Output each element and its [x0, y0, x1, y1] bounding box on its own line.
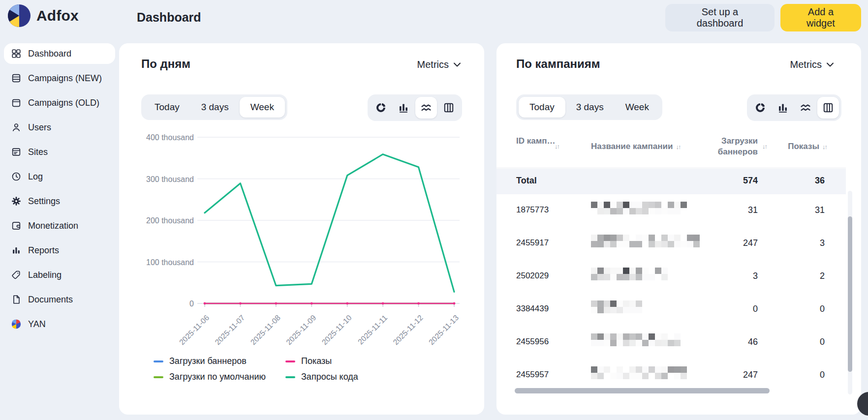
campaigns-card-title: По кампаниям — [516, 57, 600, 71]
sidebar-item-sites[interactable]: Sites — [4, 142, 115, 162]
campaigns-tab-today[interactable]: Today — [519, 97, 565, 118]
campaign-impressions: 0 — [772, 337, 825, 347]
reports-icon — [11, 245, 22, 256]
x-axis-tick: 2025-11-13 — [427, 313, 460, 346]
column-header-campaign-id[interactable]: ID камп… — [516, 136, 558, 147]
legend-item[interactable]: Загрузки баннеров — [154, 356, 285, 366]
campaigns-table-body: 1875773313124559172473250202932338443900… — [496, 194, 846, 392]
x-axis-tick: 2025-11-11 — [356, 313, 389, 346]
campaigns-tab-3-days[interactable]: 3 days — [565, 97, 615, 118]
monetization-icon — [11, 220, 22, 231]
top-bar: Adfox Dashboard Set up a dashboard Add a… — [0, 0, 868, 37]
daily-card: По дням Metrics Today3 daysWeek 0100 tho… — [119, 43, 484, 415]
legend-item[interactable]: Запросы кода — [285, 372, 358, 382]
sidebar-item-label: Sites — [28, 147, 48, 157]
brand[interactable]: Adfox — [8, 4, 79, 27]
x-axis-tick: 2025-11-12 — [391, 313, 424, 346]
sidebar-item-log[interactable]: Log — [4, 166, 115, 187]
sort-icon[interactable]: ↓↑ — [822, 143, 827, 150]
page-title: Dashboard — [137, 10, 201, 25]
sort-icon[interactable]: ↓↑ — [676, 143, 680, 150]
series-3 — [205, 154, 454, 292]
campaigns-tab-week[interactable]: Week — [615, 97, 660, 118]
x-axis-tick: 2025-11-06 — [178, 313, 211, 346]
campaigns-metrics-label: Metrics — [790, 59, 822, 70]
chevron-down-icon — [827, 62, 834, 67]
documents-icon — [11, 294, 22, 305]
campaigns-old-icon — [11, 97, 22, 108]
bar-chart-icon[interactable] — [772, 97, 794, 119]
daily-line-chart: 0100 thousand200 thousand300 thousand400… — [119, 43, 484, 348]
legend-item[interactable]: Загрузки по умолчанию — [154, 372, 285, 382]
campaign-row-3384439[interactable]: 338443900 — [496, 293, 846, 326]
campaign-impressions: 3 — [772, 238, 825, 248]
campaign-name-redacted — [591, 268, 668, 280]
campaign-banner-loads: 3 — [683, 271, 758, 281]
sidebar-item-campaigns-new[interactable]: Campaigns (NEW) — [4, 68, 115, 89]
sidebar-item-yan[interactable]: YAN — [4, 314, 115, 334]
legend-color-dash — [285, 376, 295, 378]
sidebar-item-settings[interactable]: Settings — [4, 191, 115, 211]
x-axis-tick: 2025-11-07 — [213, 313, 246, 346]
chart-legend: Загрузки баннеровПоказыЗагрузки по умолч… — [154, 356, 358, 382]
campaigns-new-icon — [11, 73, 22, 84]
campaign-banner-loads: 247 — [683, 370, 758, 380]
total-label: Total — [516, 176, 537, 186]
sidebar-item-documents[interactable]: Documents — [4, 289, 115, 310]
campaign-impressions: 31 — [772, 205, 825, 215]
legend-item[interactable]: Показы — [285, 356, 358, 366]
sidebar-item-campaigns-old[interactable]: Campaigns (OLD) — [4, 92, 115, 113]
y-axis-tick: 0 — [189, 300, 194, 308]
campaign-row-2455957[interactable]: 24559572470 — [496, 359, 846, 392]
campaign-id: 2502029 — [516, 271, 549, 281]
set-up-dashboard-button[interactable]: Set up a dashboard — [665, 4, 775, 31]
y-axis-tick: 100 thousand — [146, 258, 194, 267]
campaign-id: 2455917 — [516, 238, 549, 248]
add-widget-button[interactable]: Add a widget — [780, 4, 861, 31]
y-axis-tick: 400 thousand — [146, 133, 194, 142]
campaign-row-2502029[interactable]: 250202932 — [496, 260, 846, 293]
sidebar-item-users[interactable]: Users — [4, 117, 115, 138]
sidebar-item-reports[interactable]: Reports — [4, 240, 115, 261]
campaign-row-1875773[interactable]: 18757733131 — [496, 194, 846, 227]
campaign-id: 1875773 — [516, 205, 549, 215]
campaigns-metrics-dropdown[interactable]: Metrics — [790, 59, 834, 70]
brand-name: Adfox — [36, 7, 79, 24]
sort-icon[interactable]: ↓↑ — [555, 143, 559, 150]
campaigns-view-switcher — [747, 94, 841, 121]
campaign-name-redacted — [591, 300, 642, 313]
sidebar-item-monetization[interactable]: Monetization — [4, 215, 115, 236]
campaign-name-redacted — [591, 366, 687, 379]
sidebar-item-label: Dashboard — [28, 48, 71, 59]
sidebar-item-label: Campaigns (OLD) — [28, 97, 99, 108]
sidebar-item-label: Labeling — [28, 270, 62, 280]
sidebar-item-labeling[interactable]: Labeling — [4, 265, 115, 285]
campaign-id: 2455957 — [516, 370, 549, 380]
pie-chart-icon[interactable] — [749, 97, 771, 119]
sidebar-item-label: Users — [28, 122, 51, 133]
sidebar-item-label: Settings — [28, 196, 60, 207]
sidebar: DashboardCampaigns (NEW)Campaigns (OLD)U… — [4, 43, 115, 334]
column-header-campaign-name[interactable]: Название кампании ↓↑ — [591, 142, 680, 151]
y-axis-tick: 200 thousand — [146, 216, 194, 225]
horizontal-scrollbar[interactable] — [515, 388, 770, 393]
sort-icon[interactable]: ↓↑ — [762, 143, 767, 150]
sidebar-item-dashboard[interactable]: Dashboard — [4, 43, 115, 64]
line-chart-icon[interactable] — [795, 97, 816, 119]
sidebar-item-label: Reports — [28, 245, 59, 256]
sidebar-item-label: Monetization — [28, 220, 78, 231]
legend-color-dash — [154, 360, 163, 362]
sites-icon — [11, 147, 22, 157]
vertical-scrollbar-thumb[interactable] — [848, 216, 852, 372]
campaign-row-2455956[interactable]: 2455956460 — [496, 326, 846, 359]
sidebar-item-label: Log — [28, 171, 43, 182]
campaigns-card: По кампаниям Metrics Today3 daysWeek ID … — [496, 43, 861, 415]
campaign-id: 3384439 — [516, 304, 549, 314]
campaign-name-redacted — [591, 333, 681, 346]
table-icon[interactable] — [817, 97, 839, 119]
x-axis-tick: 2025-11-09 — [284, 313, 317, 346]
column-header-impressions[interactable]: Показы ↓↑ — [772, 142, 825, 151]
column-header-banner-loads[interactable]: Загрузки баннеров — [683, 136, 758, 157]
sidebar-item-label: Documents — [28, 294, 73, 305]
campaign-row-2455917[interactable]: 24559172473 — [496, 227, 846, 260]
